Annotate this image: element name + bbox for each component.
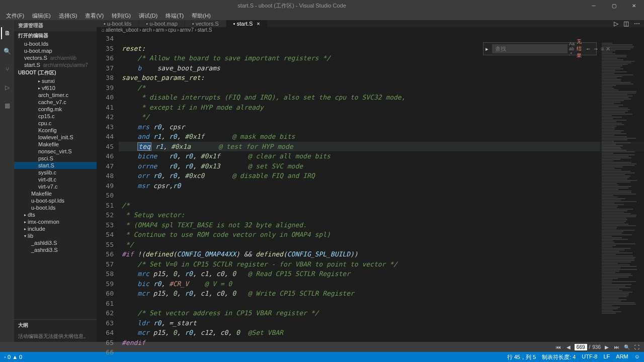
editor-tab[interactable]: • u-boot.lds (97, 20, 139, 27)
tree-file[interactable]: lowlevel_init.S (14, 134, 97, 141)
window-controls: ─ ▢ ✕ (584, 0, 644, 11)
breadcrumb-item[interactable]: armv7 (180, 27, 194, 33)
tree-file[interactable]: u-boot.lds (14, 204, 97, 211)
tree-folder[interactable]: vf610 (14, 84, 97, 92)
breadcrumb-item[interactable]: arm (155, 27, 164, 33)
outline-header[interactable]: 大纲 (14, 319, 97, 331)
tree-file[interactable]: virt-v7.c (14, 183, 97, 190)
menu-item[interactable]: 转到(G) (108, 11, 135, 20)
search-icon[interactable]: 🔍 (1, 45, 13, 57)
tree-file[interactable]: nonsec_virt.S (14, 148, 97, 155)
window-title: start.S - uboot (工作区) - Visual Studio Co… (0, 2, 584, 10)
home-icon[interactable]: ⌂ (102, 27, 105, 33)
tree-file[interactable]: Makefile (14, 141, 97, 148)
tree-folder[interactable]: dts (14, 211, 97, 218)
titlebar: start.S - uboot (工作区) - Visual Studio Co… (0, 0, 644, 11)
tab-bar: • u-boot.lds• u-boot.map• vectors.S• sta… (97, 20, 644, 27)
tree-file[interactable]: config.mk (14, 106, 97, 113)
code-content[interactable]: reset: /* Allow the board to save import… (119, 33, 644, 357)
tree-file[interactable]: syslib.c (14, 169, 97, 176)
menu-item[interactable]: 帮助(H) (188, 11, 214, 20)
maximize-button[interactable]: ▢ (604, 0, 624, 11)
tree-file[interactable]: cpu.c (14, 120, 97, 127)
line-gutter: 3435363738394041424344454647484950515253… (97, 33, 119, 357)
close-button[interactable]: ✕ (624, 0, 644, 11)
tree-file[interactable]: start.S (14, 162, 97, 169)
tree-file[interactable]: cache_v7.c (14, 99, 97, 106)
split-icon[interactable]: ◫ (623, 20, 629, 27)
tree-file[interactable]: u-boot-spl.lds (14, 197, 97, 204)
workspace-header[interactable]: UBOOT (工作区) (14, 68, 97, 77)
breadcrumb-item[interactable]: start.S (197, 27, 212, 33)
menu-item[interactable]: 编辑(E) (28, 11, 55, 20)
menu-item[interactable]: 文件(F) (2, 11, 28, 20)
sidebar-title: 资源管理器 (14, 20, 97, 31)
open-editor-item[interactable]: vectors.Sarch\arm\lib (14, 54, 97, 61)
open-editor-item[interactable]: u-boot.map (14, 47, 97, 54)
more-icon[interactable]: ⋯ (634, 20, 640, 27)
tab-actions: ▷ ◫ ⋯ (614, 20, 644, 27)
menu-item[interactable]: 调试(D) (135, 11, 162, 20)
open-editors-header[interactable]: 打开的编辑器 (14, 31, 97, 40)
minimap[interactable] (600, 42, 644, 342)
open-editor-item[interactable]: u-boot.lds (14, 40, 97, 47)
outline-message: 活动编辑器无法提供大纲信息。 (14, 331, 97, 342)
tree-file[interactable]: _ashldi3.S (14, 239, 97, 246)
status-problems[interactable]: ◦ 0 ▲ 0 (4, 354, 22, 360)
editor-tab[interactable]: • vectors.S (185, 20, 226, 27)
menu-item[interactable]: 查看(V) (81, 11, 108, 20)
breadcrumb-item[interactable]: arch (142, 27, 151, 33)
breadcrumb[interactable]: ⌂ alientek_uboot › arch › arm › cpu › ar… (97, 27, 644, 33)
source-control-icon[interactable]: ⑂ (1, 63, 13, 75)
extensions-icon[interactable]: ▦ (1, 100, 13, 112)
tab-close-icon[interactable]: × (257, 21, 260, 27)
tree-folder[interactable]: include (14, 225, 97, 232)
tree-folder[interactable]: sunxi (14, 77, 97, 84)
minimize-button[interactable]: ─ (584, 0, 604, 11)
run-icon[interactable]: ▷ (614, 20, 618, 27)
menu-item[interactable]: 选择(S) (55, 11, 82, 20)
tree-file[interactable]: cp15.c (14, 113, 97, 120)
tree-folder[interactable]: lib (14, 232, 97, 239)
tree-file[interactable]: psci.S (14, 155, 97, 162)
open-editor-item[interactable]: start.Sarch\arm\cpu\armv7 (14, 61, 97, 68)
tree-file[interactable]: Kconfig (14, 127, 97, 134)
breadcrumb-item[interactable]: cpu (168, 27, 176, 33)
sidebar: 资源管理器 打开的编辑器 u-boot.ldsu-boot.mapvectors… (14, 20, 97, 342)
tree-folder[interactable]: imx-common (14, 218, 97, 225)
explorer-icon[interactable]: 🗎 (1, 27, 13, 39)
text-editor[interactable]: 3435363738394041424344454647484950515253… (97, 33, 644, 357)
tree-file[interactable]: Makefile (14, 190, 97, 197)
activity-bar: 🗎 🔍 ⑂ ▷ ▦ (0, 20, 14, 342)
tree-file[interactable]: _ashrdi3.S (14, 246, 97, 253)
editor-area: • u-boot.lds• u-boot.map• vectors.S• sta… (97, 20, 644, 342)
tree-file[interactable]: arch_timer.c (14, 92, 97, 99)
tree-file[interactable]: virt-dt.c (14, 176, 97, 183)
editor-tab[interactable]: • u-boot.map (139, 20, 185, 27)
breadcrumb-item[interactable]: alientek_uboot (106, 27, 138, 33)
debug-icon[interactable]: ▷ (1, 81, 13, 94)
editor-tab[interactable]: • start.S× (226, 20, 268, 27)
menubar: 文件(F)编辑(E)选择(S)查看(V)转到(G)调试(D)终端(T)帮助(H) (0, 11, 644, 20)
menu-item[interactable]: 终端(T) (162, 11, 188, 20)
